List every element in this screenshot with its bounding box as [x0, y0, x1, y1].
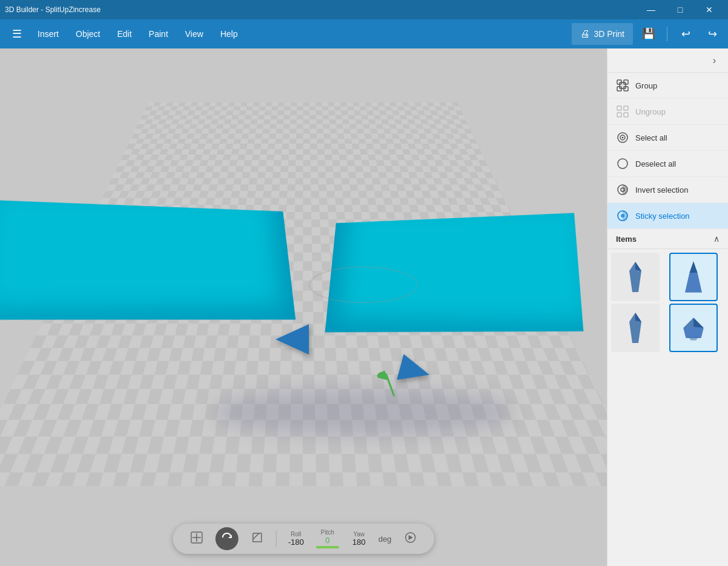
undo-button[interactable]: ↩ [675, 23, 697, 45]
menu-divider [667, 27, 667, 41]
items-section: Items ∧ [607, 229, 728, 566]
svg-marker-27 [635, 262, 641, 271]
sticky-selection-label: Sticky selection [635, 211, 690, 221]
chevron-right-icon: › [713, 55, 716, 65]
ungroup-label: Ungroup [635, 107, 666, 116]
move-tool-btn[interactable] [185, 527, 208, 550]
svg-rect-15 [624, 106, 628, 110]
yaw-value: Yaw 180 [347, 531, 371, 547]
menu-right-controls: 🖨 3D Print 💾 ↩ ↪ [572, 23, 723, 45]
svg-rect-16 [617, 113, 621, 117]
pitch-number: 0 [325, 536, 329, 545]
yaw-number: 180 [352, 538, 366, 547]
menu-bar: ☰ Insert Object Edit Paint View Help 🖨 3… [0, 19, 728, 48]
items-header: Items ∧ [607, 229, 728, 249]
scale-tool-btn[interactable] [246, 527, 269, 550]
item-thumb-2[interactable] [669, 253, 718, 301]
menu-help[interactable]: Help [212, 22, 247, 46]
svg-point-21 [618, 159, 627, 168]
items-collapse-btn[interactable]: ∧ [713, 234, 720, 244]
viewport-3d[interactable]: Roll -180 Pitch 0 Yaw 180 deg [0, 48, 607, 566]
print-button[interactable]: 🖨 3D Print [572, 23, 633, 45]
invert-selection-action[interactable]: Invert selection [607, 177, 728, 203]
shape-right [325, 213, 584, 338]
unit-label: deg [379, 534, 392, 544]
toolbar-divider [276, 530, 277, 547]
rotate-icon [220, 531, 234, 547]
deselect-all-action[interactable]: Deselect all [607, 151, 728, 177]
scale-icon [251, 531, 264, 547]
select-all-label: Select all [635, 133, 667, 142]
roll-label: Roll [291, 531, 301, 538]
deselect-all-icon [616, 157, 629, 170]
shape-shadow [212, 388, 515, 436]
roll-value: Roll -180 [284, 531, 308, 547]
title-bar: 3D Builder - SplitUpZincrease — □ ✕ [0, 0, 728, 19]
svg-point-20 [622, 137, 624, 139]
print-icon: 🖨 [580, 28, 590, 39]
reset-icon [403, 531, 417, 547]
menu-edit[interactable]: Edit [108, 22, 140, 46]
pitch-highlight [316, 546, 339, 548]
move-icon [190, 531, 204, 547]
hamburger-icon: ☰ [12, 27, 22, 41]
sticky-selection-action[interactable]: Sticky selection [607, 203, 728, 229]
menu-paint[interactable]: Paint [141, 22, 177, 46]
yaw-label: Yaw [353, 531, 365, 538]
svg-marker-35 [683, 327, 703, 338]
roll-number: -180 [288, 538, 304, 547]
deselect-all-label: Deselect all [635, 159, 676, 168]
window-controls: — □ ✕ [637, 0, 723, 19]
close-button[interactable]: ✕ [695, 0, 723, 19]
select-all-icon [616, 131, 629, 144]
minimize-button[interactable]: — [637, 0, 665, 19]
redo-icon: ↪ [708, 27, 717, 41]
group-label: Group [635, 81, 657, 90]
ungroup-action: Ungroup [607, 99, 728, 125]
save-button[interactable]: 💾 [638, 23, 660, 45]
invert-selection-label: Invert selection [635, 185, 688, 195]
svg-point-25 [621, 214, 624, 218]
panel-toggle-btn[interactable]: › [708, 53, 721, 68]
svg-marker-29 [689, 262, 697, 273]
menu-insert[interactable]: Insert [29, 22, 67, 46]
main-content: Roll -180 Pitch 0 Yaw 180 deg [0, 48, 728, 566]
ungroup-icon [616, 105, 629, 118]
save-icon: 💾 [642, 27, 655, 41]
select-all-action[interactable]: Select all [607, 125, 728, 151]
move-arrow-horizontal [351, 284, 394, 306]
group-action[interactable]: Group [607, 73, 728, 99]
svg-marker-30 [685, 273, 702, 292]
svg-line-4 [386, 373, 394, 396]
svg-marker-36 [688, 337, 698, 341]
sticky-selection-icon [616, 209, 629, 222]
maximize-button[interactable]: □ [666, 0, 694, 19]
invert-selection-icon [616, 183, 629, 196]
print-label: 3D Print [594, 29, 624, 39]
svg-marker-34 [693, 318, 704, 328]
menu-view[interactable]: View [177, 22, 212, 46]
undo-icon: ↩ [681, 27, 690, 41]
svg-rect-14 [617, 106, 621, 110]
chevron-up-icon: ∧ [713, 234, 720, 244]
hamburger-menu[interactable]: ☰ [5, 22, 29, 46]
svg-rect-13 [620, 82, 626, 88]
app-title: 3D Builder - SplitUpZincrease [5, 5, 101, 14]
items-label: Items [616, 235, 637, 244]
bottom-toolbar: Roll -180 Pitch 0 Yaw 180 deg [173, 524, 434, 554]
reset-btn[interactable] [399, 527, 422, 550]
item-thumb-4[interactable] [669, 304, 718, 352]
item-thumb-3[interactable] [611, 304, 660, 352]
redo-button[interactable]: ↪ [701, 23, 723, 45]
group-icon [616, 79, 629, 92]
menu-object[interactable]: Object [67, 22, 108, 46]
panel-toggle-area: › [607, 48, 728, 73]
right-panel: › Group [607, 48, 728, 566]
item-2-preview [678, 259, 709, 295]
item-thumb-1[interactable] [611, 253, 660, 301]
item-4-preview [678, 310, 709, 346]
shape-left [0, 201, 296, 327]
rotate-tool-btn[interactable] [216, 527, 239, 550]
pointer-left [276, 324, 309, 355]
item-1-preview [620, 259, 650, 295]
